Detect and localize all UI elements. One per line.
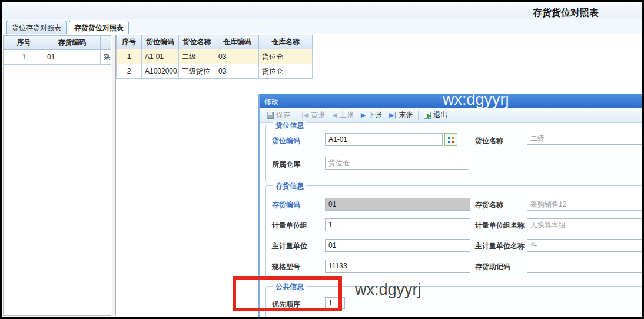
last-label: 末张 [399,110,413,120]
section-inventory-title: 存货信息 [273,181,306,191]
cell-no[interactable]: 2 [117,64,142,79]
table-row[interactable]: 2 A10020001 三级货位 03 货位仓 [117,64,313,79]
first-label: 首张 [311,110,325,120]
annotation-red-box [233,276,342,311]
tab-inventory-loc[interactable]: 存货货位对照表 [69,21,129,34]
warehouse-label: 所属仓库 [272,160,300,170]
toolbar-separator [296,111,296,120]
inv-name-input [527,198,642,211]
table-header-row: 序号 存货编码 [4,36,112,50]
cell-wh-code[interactable]: 03 [215,64,259,79]
loc-name-label: 货位名称 [475,136,503,146]
col-no: 序号 [4,36,44,50]
watermark-titlebar: wx:dgyyrj [443,94,509,109]
cell-loc-code[interactable]: A1-01 [142,49,179,64]
exit-button[interactable]: 退出 [420,109,451,121]
save-icon [267,112,274,119]
dialog-titlebar: 修改 wx:dgyyrj [260,94,642,108]
cell-loc-name[interactable]: 三级货位 [179,64,215,79]
cell-wh-name[interactable]: 货位仓 [259,64,313,79]
page-title: 存货货位对照表 [533,7,599,19]
mnemonic-input[interactable] [527,260,642,273]
tab-strip: 货位存货对照表 存货货位对照表 [2,19,642,34]
cell-loc-name[interactable]: 二级 [179,49,215,64]
unit-group-name-label: 计量单位组名称 [475,221,525,231]
inv-code-input [325,198,470,211]
loc-code-input[interactable] [325,133,443,146]
table-row-selected[interactable]: 1 A1-01 二级 03 货位仓 [117,49,313,64]
first-icon: |◀ [301,111,308,119]
cell-no[interactable]: 1 [117,49,142,64]
unit-group-input[interactable] [325,218,470,231]
tab-loc-inventory[interactable]: 货位存货对照表 [6,21,67,34]
last-icon: ▶| [389,111,396,119]
spec-label: 规格型号 [272,262,300,272]
mnemonic-label: 存货助记码 [475,262,510,272]
first-record-button: |◀ 首张 [298,109,328,121]
screen: 存货货位对照表 货位存货对照表 存货货位对照表 序号 存货编码 1 01 采 序 [0,0,644,319]
next-label: 下张 [368,110,382,120]
cell-inv-code[interactable]: 01 [44,50,101,65]
cell-loc-code[interactable]: A10020001 [142,64,179,79]
unit-group-name-input [527,218,642,231]
cell-inv-name[interactable]: 采 [101,50,112,65]
col-loc-name: 货位名称 [179,35,215,49]
loc-name-input [527,132,642,145]
exit-label: 退出 [433,110,447,120]
section-location-title: 货位信息 [273,121,306,131]
next-icon: ▶ [361,111,366,119]
warehouse-input [325,157,469,170]
next-record-button[interactable]: ▶ 下张 [357,109,386,121]
dialog-title: 修改 [264,97,278,107]
table-header-row: 序号 货位编码 货位名称 仓库编码 仓库名称 [117,35,313,49]
col-cut [101,36,112,50]
col-wh-name: 仓库名称 [259,35,313,49]
main-unit-name-label: 主计量单位名称 [475,241,525,251]
panel-splitter[interactable] [112,35,116,316]
main-unit-input[interactable] [325,239,470,252]
dialog-toolbar: 保存 |◀ 首张 ◀ 上张 ▶ 下张 ▶| 末张 退出 [260,108,642,123]
col-loc-code: 货位编码 [142,35,179,49]
location-table: 序号 货位编码 货位名称 仓库编码 仓库名称 1 A1-01 二级 03 货位仓… [116,35,313,79]
last-record-button[interactable]: ▶| 末张 [386,109,416,121]
inv-name-label: 存货名称 [475,200,503,210]
lookup-button[interactable] [444,133,457,146]
loc-code-label: 货位编码 [272,136,300,146]
prev-label: 上张 [340,110,354,120]
toolbar-separator [418,111,419,120]
cell-wh-name[interactable]: 货位仓 [259,49,313,64]
left-grid-panel: 序号 存货编码 1 01 采 [3,35,111,316]
exit-icon [424,112,431,119]
inventory-table: 序号 存货编码 1 01 采 [4,35,111,65]
prev-icon: ◀ [332,111,337,119]
main-unit-label: 主计量单位 [272,241,307,251]
spec-input[interactable] [325,260,470,273]
watermark-overlay: wx:dgyyrj [355,281,421,299]
cell-no[interactable]: 1 [4,50,44,65]
save-label: 保存 [276,110,290,120]
inv-code-label: 存货编码 [272,200,300,210]
main-unit-name-input [527,239,642,252]
save-button: 保存 [263,109,294,121]
col-inv-code: 存货编码 [44,36,101,50]
table-row[interactable]: 1 01 采 [4,50,112,65]
cell-wh-code[interactable]: 03 [215,49,259,64]
top-header: 存货货位对照表 [2,2,642,19]
prev-record-button: ◀ 上张 [328,109,357,121]
unit-group-label: 计量单位组 [272,221,307,231]
col-no: 序号 [117,35,142,49]
col-wh-code: 仓库编码 [215,35,259,49]
